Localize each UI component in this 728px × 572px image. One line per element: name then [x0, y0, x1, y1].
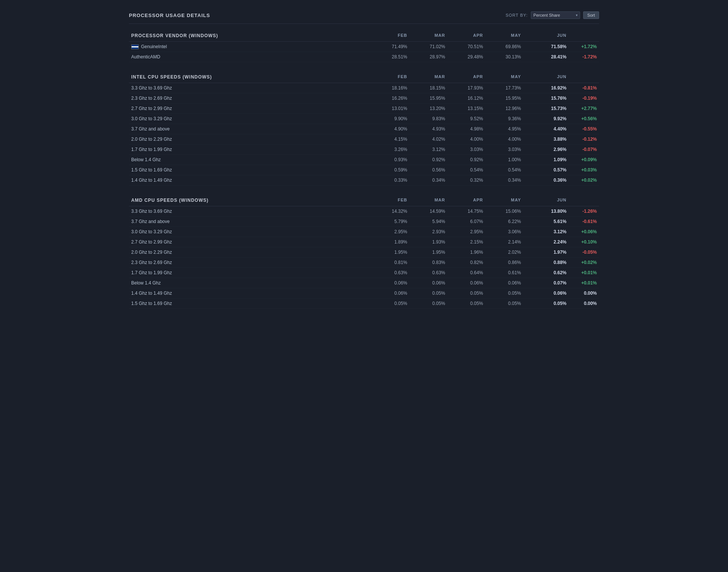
row-name: 2.0 Ghz to 2.29 Ghz [131, 250, 172, 255]
cell-change: -0.81% [566, 85, 597, 91]
row-name: 3.7 Ghz and above [131, 126, 169, 132]
sort-label: SORT BY: [505, 13, 527, 17]
cell-mar: 0.34% [407, 178, 445, 183]
amd-col-apr: APR [445, 198, 483, 203]
vendor-col-mar: MAR [407, 33, 445, 38]
page-container: PROCESSOR USAGE DETAILS SORT BY: Percent… [129, 8, 599, 309]
cell-name: Below 1.4 Ghz [131, 157, 369, 162]
cell-name: 1.5 Ghz to 1.69 Ghz [131, 301, 369, 306]
cell-jun: 2.24% [521, 239, 566, 245]
row-name: 3.7 Ghz and above [131, 219, 169, 224]
cell-apr: 9.52% [445, 116, 483, 121]
cell-jun: 5.61% [521, 219, 566, 224]
row-name: AuthenticAMD [131, 54, 160, 60]
page-header: PROCESSOR USAGE DETAILS SORT BY: Percent… [129, 8, 599, 24]
cell-may: 0.54% [483, 167, 521, 173]
sort-select[interactable]: Percent Share Name Change [531, 11, 580, 19]
cell-feb: 1.95% [369, 250, 407, 255]
cell-apr: 4.98% [445, 126, 483, 132]
sort-button[interactable]: Sort [583, 11, 599, 19]
cell-apr: 3.03% [445, 147, 483, 152]
row-name: 1.4 Ghz to 1.49 Ghz [131, 291, 172, 296]
cell-may: 3.03% [483, 147, 521, 152]
cell-name: 1.7 Ghz to 1.99 Ghz [131, 270, 369, 275]
cell-jun: 3.12% [521, 229, 566, 234]
cell-change: +1.72% [566, 44, 597, 49]
table-row: 3.0 Ghz to 3.29 Ghz 2.95% 2.93% 2.95% 3.… [129, 227, 599, 237]
amd-section: AMD CPU SPEEDS (WINDOWS) FEB MAR APR MAY… [129, 195, 599, 309]
cell-change: -0.05% [566, 250, 597, 255]
amd-section-title: AMD CPU SPEEDS (WINDOWS) [131, 198, 369, 203]
cell-jun: 28.41% [521, 54, 566, 60]
cell-may: 4.00% [483, 137, 521, 142]
cell-apr: 0.06% [445, 280, 483, 286]
amd-col-change [566, 198, 597, 203]
cell-apr: 4.00% [445, 137, 483, 142]
cell-name: 3.0 Ghz to 3.29 Ghz [131, 229, 369, 234]
cell-may: 2.02% [483, 250, 521, 255]
cell-mar: 3.12% [407, 147, 445, 152]
cell-jun: 3.88% [521, 137, 566, 142]
cell-mar: 9.83% [407, 116, 445, 121]
cell-mar: 18.15% [407, 85, 445, 91]
cell-change: +0.01% [566, 280, 597, 286]
cell-change: +0.10% [566, 239, 597, 245]
cell-change: +0.03% [566, 167, 597, 173]
cell-feb: 1.89% [369, 239, 407, 245]
cell-jun: 0.05% [521, 301, 566, 306]
row-name: 2.7 Ghz to 2.99 Ghz [131, 106, 172, 111]
cell-apr: 0.54% [445, 167, 483, 173]
vendor-section: PROCESSOR VENDOR (WINDOWS) FEB MAR APR M… [129, 30, 599, 62]
cell-jun: 15.76% [521, 96, 566, 101]
vendor-col-feb: FEB [369, 33, 407, 38]
cell-feb: 0.05% [369, 301, 407, 306]
cell-may: 6.22% [483, 219, 521, 224]
cell-may: 1.00% [483, 157, 521, 162]
cell-name: 3.7 Ghz and above [131, 126, 369, 132]
sort-select-wrapper[interactable]: Percent Share Name Change [531, 11, 580, 19]
amd-section-header: AMD CPU SPEEDS (WINDOWS) FEB MAR APR MAY… [129, 195, 599, 206]
amd-col-feb: FEB [369, 198, 407, 203]
row-name: 3.3 Ghz to 3.69 Ghz [131, 85, 172, 91]
cell-may: 0.61% [483, 270, 521, 275]
cell-change: +0.02% [566, 260, 597, 265]
row-name: 3.0 Ghz to 3.29 Ghz [131, 116, 172, 121]
amd-col-mar: MAR [407, 198, 445, 203]
vendor-col-may: MAY [483, 33, 521, 38]
cell-change: -0.19% [566, 96, 597, 101]
vendor-col-change [566, 33, 597, 38]
row-name: 3.3 Ghz to 3.69 Ghz [131, 209, 172, 214]
table-row: 2.7 Ghz to 2.99 Ghz 1.89% 1.93% 2.15% 2.… [129, 237, 599, 247]
table-row: Below 1.4 Ghz 0.93% 0.92% 0.92% 1.00% 1.… [129, 155, 599, 165]
cell-feb: 0.63% [369, 270, 407, 275]
cell-jun: 1.97% [521, 250, 566, 255]
cell-name: 2.3 Ghz to 2.69 Ghz [131, 96, 369, 101]
cell-mar: 2.93% [407, 229, 445, 234]
cell-may: 69.86% [483, 44, 521, 49]
intel-section-title: INTEL CPU SPEEDS (WINDOWS) [131, 74, 369, 80]
table-row: 3.7 Ghz and above 5.79% 5.94% 6.07% 6.22… [129, 217, 599, 227]
cell-jun: 13.80% [521, 209, 566, 214]
row-name: 1.5 Ghz to 1.69 Ghz [131, 301, 172, 306]
amd-col-jun: JUN [521, 198, 566, 203]
cell-apr: 2.15% [445, 239, 483, 245]
cell-feb: 0.06% [369, 291, 407, 296]
intel-section-header: INTEL CPU SPEEDS (WINDOWS) FEB MAR APR M… [129, 71, 599, 83]
row-name: Below 1.4 Ghz [131, 157, 161, 162]
row-name: Below 1.4 Ghz [131, 280, 161, 286]
cell-feb: 0.59% [369, 167, 407, 173]
cell-apr: 14.75% [445, 209, 483, 214]
cell-change: 0.00% [566, 291, 597, 296]
cell-may: 4.95% [483, 126, 521, 132]
cell-name: 1.5 Ghz to 1.69 Ghz [131, 167, 369, 173]
row-name: 1.4 Ghz to 1.49 Ghz [131, 178, 172, 183]
table-row: 3.7 Ghz and above 4.90% 4.93% 4.98% 4.95… [129, 124, 599, 134]
cell-mar: 0.56% [407, 167, 445, 173]
amd-col-may: MAY [483, 198, 521, 203]
cell-name: 1.7 Ghz to 1.99 Ghz [131, 147, 369, 152]
table-row: 1.4 Ghz to 1.49 Ghz 0.06% 0.05% 0.05% 0.… [129, 288, 599, 299]
cell-apr: 29.48% [445, 54, 483, 60]
intel-col-apr: APR [445, 74, 483, 80]
amd-rows: 3.3 Ghz to 3.69 Ghz 14.32% 14.59% 14.75%… [129, 206, 599, 309]
cell-feb: 9.90% [369, 116, 407, 121]
